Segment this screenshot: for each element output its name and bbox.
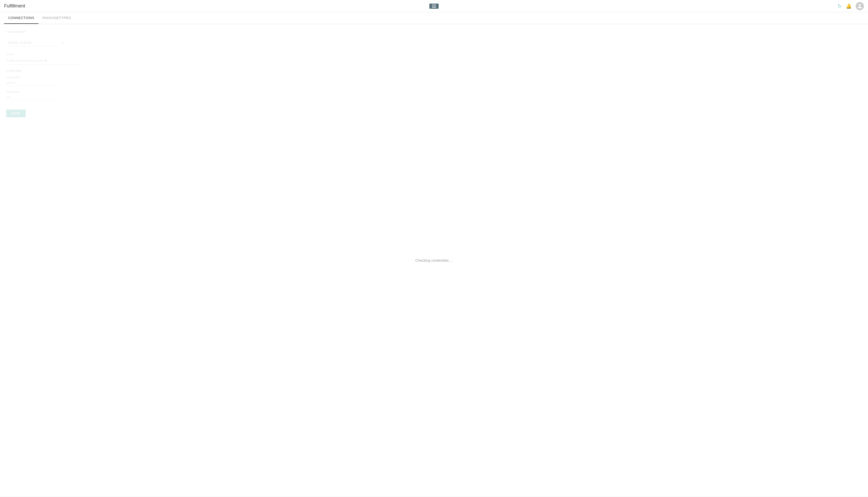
header-center bbox=[429, 4, 439, 9]
tab-packagetypes[interactable]: PACKAGETYPES bbox=[39, 12, 75, 24]
tab-connections[interactable]: CONNECTIONS bbox=[4, 12, 39, 24]
checking-credentials-text: Checking credentials ... bbox=[415, 258, 453, 262]
app-header: Fulfillment ↻ 🔔 bbox=[0, 0, 868, 12]
app-title: Fulfillment bbox=[4, 3, 25, 9]
tabs-bar: CONNECTIONS PACKAGETYPES bbox=[0, 12, 868, 24]
hamburger-button[interactable] bbox=[429, 4, 439, 9]
content-area: ‹ Connection ✓ Driver Fulfillment Dummy … bbox=[0, 24, 868, 496]
notifications-button[interactable]: 🔔 bbox=[846, 3, 852, 9]
avatar[interactable] bbox=[856, 2, 864, 10]
checking-credentials-overlay: Checking credentials ... bbox=[0, 24, 868, 496]
header-actions: ↻ 🔔 bbox=[838, 2, 864, 10]
refresh-button[interactable]: ↻ bbox=[838, 3, 842, 9]
